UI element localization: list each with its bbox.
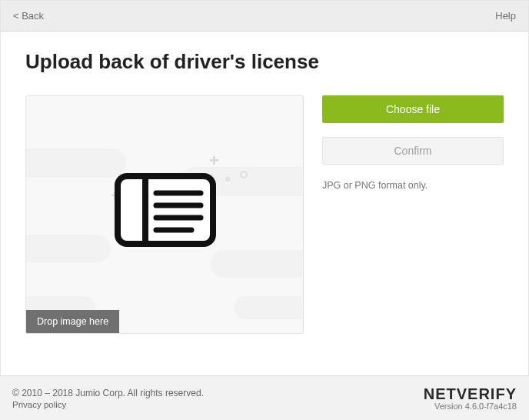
back-button[interactable]: < Back: [13, 10, 44, 22]
circle-decor: [225, 177, 230, 182]
decorative-blob: [234, 296, 304, 319]
confirm-button[interactable]: Confirm: [322, 137, 504, 165]
privacy-policy-link[interactable]: Privacy policy: [12, 400, 204, 409]
format-hint: JPG or PNG format only.: [322, 180, 504, 191]
decorative-blob: [211, 250, 304, 278]
choose-file-button[interactable]: Choose file: [322, 95, 504, 123]
dropzone[interactable]: + + Drop image here: [25, 95, 304, 334]
svg-rect-0: [118, 176, 213, 244]
decorative-blob: [25, 235, 111, 262]
topbar: < Back Help: [1, 1, 528, 32]
sparkle-icon: +: [209, 152, 219, 169]
brand-logo: NETVERIFY: [424, 386, 517, 402]
actions-column: Choose file Confirm JPG or PNG format on…: [322, 95, 504, 334]
version-label: Version 4.6.0-f7a4c18: [424, 402, 517, 411]
id-card-back-icon: [115, 173, 216, 250]
dropzone-label: Drop image here: [26, 310, 119, 333]
copyright: © 2010 – 2018 Jumio Corp. All rights res…: [12, 388, 204, 398]
content-area: Upload back of driver's license + +: [1, 32, 528, 334]
circle-decor: [240, 171, 248, 178]
decorative-blob: [25, 148, 126, 178]
page-title: Upload back of driver's license: [25, 50, 504, 74]
help-link[interactable]: Help: [495, 10, 516, 22]
footer: © 2010 – 2018 Jumio Corp. All rights res…: [0, 375, 529, 420]
